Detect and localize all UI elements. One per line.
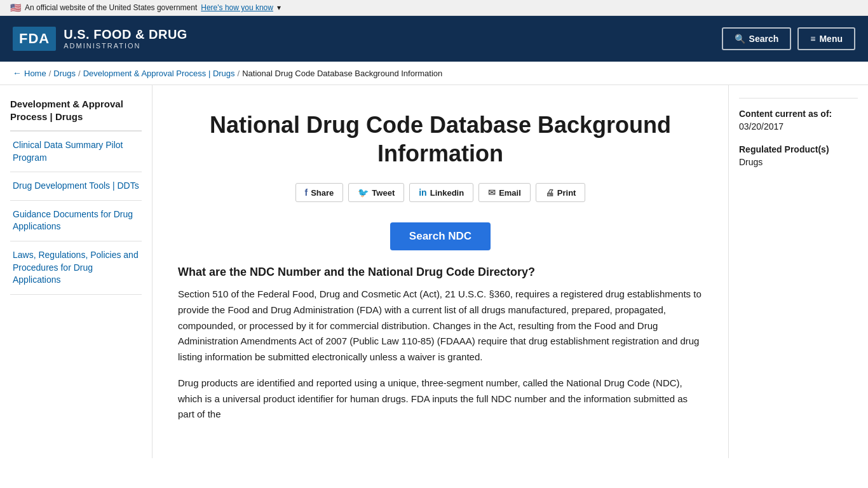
breadcrumb-sep-2: / [78, 69, 81, 78]
sidebar-nav: Clinical Data Summary Pilot Program Drug… [10, 132, 142, 295]
regulated-product-label: Regulated Product(s) [739, 144, 858, 154]
sidebar-link-clinical[interactable]: Clinical Data Summary Pilot Program [10, 132, 142, 172]
main-content: National Drug Code Database Background I… [153, 85, 728, 458]
content-current-date: 03/20/2017 [739, 121, 858, 132]
right-sidebar: Content current as of: 03/20/2017 Regula… [728, 85, 868, 458]
sidebar-link-laws[interactable]: Laws, Regulations, Policies and Procedur… [10, 241, 142, 294]
regulated-product-value: Drugs [739, 157, 858, 167]
search-ndc-button[interactable]: Search NDC [390, 222, 491, 250]
article-content: What are the NDC Number and the National… [178, 266, 703, 423]
right-sidebar-divider [739, 98, 858, 98]
share-print-label: Print [557, 188, 576, 198]
sidebar: Development & Approval Process | Drugs C… [0, 85, 153, 458]
breadcrumb-sep-3: / [238, 69, 240, 78]
email-icon: ✉ [488, 187, 496, 198]
sidebar-link-guidance[interactable]: Guidance Documents for Drug Applications [10, 201, 142, 241]
breadcrumb-current: National Drug Code Database Background I… [242, 69, 442, 78]
sidebar-link-ddt[interactable]: Drug Development Tools | DDTs [10, 172, 142, 200]
sidebar-item-laws: Laws, Regulations, Policies and Procedur… [10, 241, 142, 295]
print-icon: 🖨 [545, 187, 554, 198]
gov-banner-link[interactable]: Here's how you know [201, 3, 273, 12]
menu-icon: ≡ [810, 34, 815, 44]
share-email-button[interactable]: ✉ Email [478, 183, 531, 202]
breadcrumb-drugs[interactable]: Drugs [53, 69, 76, 78]
linkedin-icon: in [419, 187, 426, 198]
site-header: FDA U.S. FOOD & DRUG ADMINISTRATION 🔍 Se… [0, 16, 868, 62]
share-linkedin-label: Linkedin [430, 188, 464, 198]
share-twitter-label: Tweet [372, 188, 395, 198]
back-arrow-icon: ← [13, 68, 22, 78]
search-button[interactable]: 🔍 Search [722, 27, 792, 50]
breadcrumb: ← Home / Drugs / Development & Approval … [0, 62, 868, 85]
sidebar-item-guidance: Guidance Documents for Drug Applications [10, 201, 142, 241]
article-paragraph-2: Drug products are identified and reporte… [178, 376, 703, 423]
breadcrumb-home[interactable]: Home [24, 69, 46, 78]
agency-sub-name: ADMINISTRATION [64, 42, 187, 50]
share-facebook-label: Share [311, 188, 334, 198]
gov-banner: 🇺🇸 An official website of the United Sta… [0, 0, 868, 16]
search-ndc-area: Search NDC [178, 222, 703, 250]
page-title: National Drug Code Database Background I… [202, 111, 679, 168]
share-email-label: Email [499, 188, 521, 198]
regulated-product-section: Regulated Product(s) Drugs [739, 144, 858, 167]
us-flag-icon: 🇺🇸 [10, 3, 21, 13]
facebook-icon: f [305, 187, 308, 198]
page-container: Development & Approval Process | Drugs C… [0, 85, 868, 458]
chevron-down-icon: ▾ [277, 3, 281, 12]
article-heading: What are the NDC Number and the National… [178, 266, 703, 279]
search-label: Search [749, 34, 779, 44]
fda-logo[interactable]: FDA [13, 27, 56, 51]
share-linkedin-button[interactable]: in Linkedin [409, 183, 473, 202]
article-paragraph-1: Section 510 of the Federal Food, Drug an… [178, 287, 703, 365]
share-twitter-button[interactable]: 🐦 Tweet [348, 183, 404, 202]
logo-area: FDA U.S. FOOD & DRUG ADMINISTRATION [13, 27, 187, 51]
gov-banner-text: An official website of the United States… [25, 3, 197, 12]
content-current-label: Content current as of: [739, 109, 858, 119]
breadcrumb-dev-approval[interactable]: Development & Approval Process | Drugs [83, 69, 235, 78]
share-bar: f Share 🐦 Tweet in Linkedin ✉ Email 🖨 Pr… [178, 183, 703, 202]
sidebar-section-title: Development & Approval Process | Drugs [10, 98, 142, 132]
breadcrumb-sep-1: / [49, 69, 51, 78]
sidebar-item-clinical: Clinical Data Summary Pilot Program [10, 132, 142, 172]
agency-main-name: U.S. FOOD & DRUG [64, 27, 187, 42]
twitter-icon: 🐦 [358, 187, 369, 198]
menu-button[interactable]: ≡ Menu [797, 27, 855, 50]
header-actions: 🔍 Search ≡ Menu [722, 27, 855, 50]
menu-label: Menu [819, 34, 843, 44]
agency-name: U.S. FOOD & DRUG ADMINISTRATION [64, 27, 187, 50]
share-facebook-button[interactable]: f Share [295, 183, 344, 202]
sidebar-item-ddt: Drug Development Tools | DDTs [10, 172, 142, 201]
search-icon: 🔍 [735, 34, 745, 44]
content-current-section: Content current as of: 03/20/2017 [739, 109, 858, 132]
share-print-button[interactable]: 🖨 Print [536, 183, 586, 202]
